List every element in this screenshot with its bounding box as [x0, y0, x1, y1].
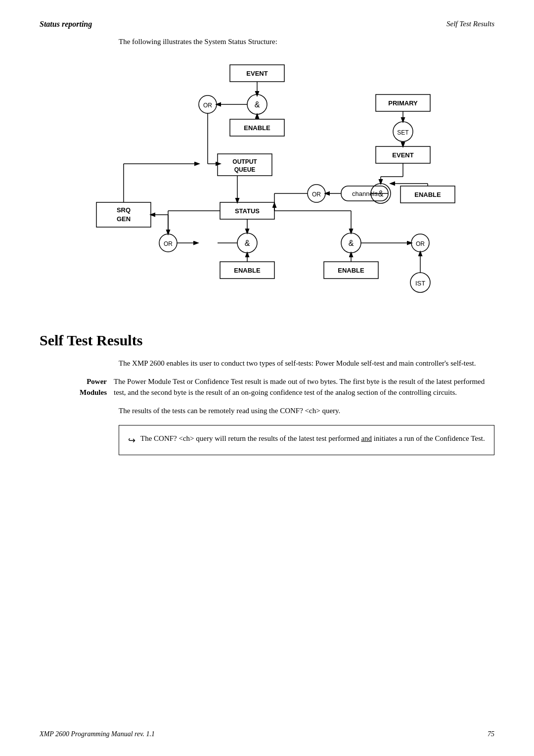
svg-text:ENABLE: ENABLE	[414, 191, 441, 198]
svg-text:&: &	[255, 100, 260, 109]
body-para1: The XMP 2600 enables its user to conduct…	[119, 358, 494, 369]
svg-text:PRIMARY: PRIMARY	[388, 99, 418, 107]
page-header: Status reporting Self Test Results	[40, 20, 494, 29]
svg-text:SRQ: SRQ	[117, 206, 131, 214]
svg-text:ENABLE: ENABLE	[338, 267, 364, 274]
section-title: Self Test Results	[40, 332, 494, 349]
svg-text:ENABLE: ENABLE	[244, 124, 270, 132]
note-text-underline: and	[361, 434, 372, 442]
svg-text:OR: OR	[416, 240, 425, 247]
note-box: ↪ The CONF? <ch> query will return the r…	[119, 425, 494, 455]
svg-text:STATUS: STATUS	[235, 207, 260, 215]
note-text-after: initiates a run of the Confidence Test.	[372, 434, 485, 442]
svg-text:&: &	[245, 239, 250, 247]
header-left: Status reporting	[40, 20, 92, 29]
note-text: The CONF? <ch> query will return the res…	[140, 432, 485, 444]
diagram-svg: EVENT & OR ENABLE PRIMARY SET	[54, 55, 480, 312]
svg-text:QUEUE: QUEUE	[234, 166, 256, 173]
svg-text:EVENT: EVENT	[246, 70, 267, 77]
svg-text:OUTPUT: OUTPUT	[232, 158, 257, 165]
footer-manual-name: XMP 2600 Programming Manual rev. 1.1	[40, 730, 155, 738]
svg-text:GEN: GEN	[117, 215, 131, 223]
note-icon: ↪	[128, 433, 135, 448]
page-footer: XMP 2600 Programming Manual rev. 1.1 75	[40, 730, 494, 738]
svg-text:&: &	[349, 239, 354, 247]
footer-page-number: 75	[488, 730, 494, 738]
results-para: The results of the tests can be remotely…	[119, 405, 494, 417]
svg-text:IST: IST	[415, 280, 425, 287]
power-modules-label: PowerModules	[40, 376, 114, 398]
page: Status reporting Self Test Results The f…	[0, 0, 534, 756]
power-modules-row: PowerModules The Power Module Test or Co…	[40, 376, 494, 398]
power-modules-label-text: PowerModules	[80, 378, 107, 397]
header-right: Self Test Results	[446, 20, 494, 28]
intro-text: The following illustrates the System Sta…	[119, 38, 494, 46]
power-modules-content: The Power Module Test or Confidence Test…	[114, 376, 494, 398]
svg-text:OR: OR	[203, 102, 212, 109]
svg-text:OR: OR	[164, 240, 173, 247]
system-status-diagram: EVENT & OR ENABLE PRIMARY SET	[54, 55, 480, 312]
note-text-normal: The CONF? <ch> query will return the res…	[140, 434, 361, 442]
svg-text:SET: SET	[397, 129, 409, 136]
svg-text:ENABLE: ENABLE	[234, 267, 261, 274]
svg-text:EVENT: EVENT	[392, 151, 413, 159]
svg-text:OR: OR	[312, 191, 321, 198]
